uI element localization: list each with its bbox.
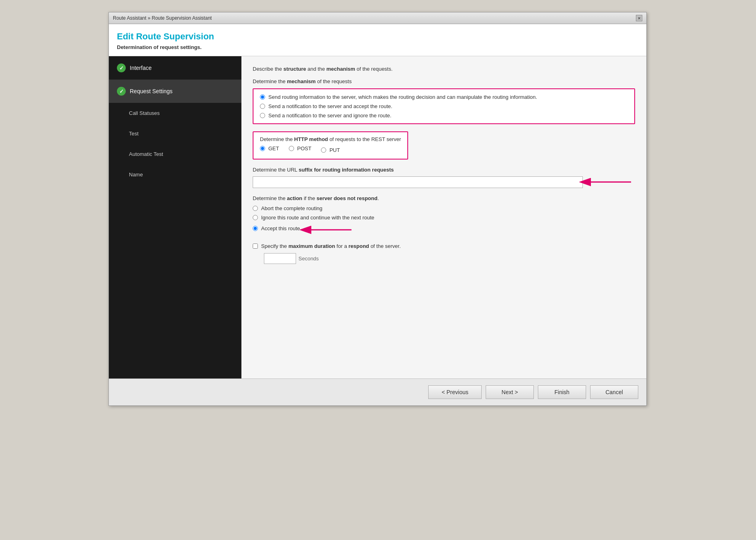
sidebar-item-automatic-test[interactable]: Automatic Test [109,144,241,164]
sidebar-label-automatic-test: Automatic Test [129,151,163,157]
max-duration-section: Specify the maximum duration for a respo… [253,243,635,264]
action-abort-option[interactable]: Abort the complete routing [253,205,635,211]
mechanism-option-1[interactable]: Send routing information to the server, … [260,94,628,100]
sidebar-item-call-statuses[interactable]: Call Statuses [109,103,241,123]
cancel-button[interactable]: Cancel [590,385,638,399]
max-duration-label: Specify the maximum duration for a respo… [261,243,401,249]
action-ignore-option[interactable]: Ignore this route and continue with the … [253,215,635,221]
previous-button[interactable]: < Previous [428,385,482,399]
action-ignore-label: Ignore this route and continue with the … [261,215,374,221]
action-accept-label: Accept this route [261,225,300,231]
mechanism-radio-2[interactable] [260,104,265,109]
sidebar-item-name[interactable]: Name [109,164,241,185]
sidebar-label-interface: Interface [130,65,151,71]
mechanism-radio-3[interactable] [260,113,265,118]
action-accept-radio[interactable] [253,226,258,231]
mechanism-label-2: Send a notification to the server and ac… [268,103,392,109]
http-method-label: Determine the HTTP method of requests to… [260,136,401,142]
action-accept-option[interactable]: Accept this route [253,225,300,231]
header: Edit Route Supervision Determination of … [109,24,646,56]
http-get-label: GET [268,145,279,151]
action-label: Determine the action if the server does … [253,195,635,201]
page-subtitle: Determination of request settings. [117,44,638,50]
sidebar-label-request-settings: Request Settings [130,88,173,94]
duration-unit: Seconds [298,256,319,262]
sidebar-item-request-settings[interactable]: Request Settings [109,80,241,103]
mechanism-section-label: Determine the mechanism of the requests [253,78,635,84]
window-title: Route Assistant » Route Supervision Assi… [113,15,212,21]
sidebar-item-interface[interactable]: Interface [109,56,241,80]
mechanism-highlighted-box: Send routing information to the server, … [253,88,635,124]
action-ignore-radio[interactable] [253,215,258,220]
action-abort-label: Abort the complete routing [261,205,322,211]
sidebar-label-name: Name [129,172,143,178]
next-button[interactable]: Next > [486,385,534,399]
sidebar: Interface Request Settings Call Statuses… [109,56,241,378]
title-bar: Route Assistant » Route Supervision Assi… [109,12,646,24]
http-put-label: PUT [329,147,340,153]
arrow-accept [307,224,356,236]
action-abort-radio[interactable] [253,206,258,211]
mechanism-option-3[interactable]: Send a notification to the server and ig… [260,112,628,119]
url-suffix-section: Determine the URL suffix for routing inf… [253,167,635,188]
duration-input-group: 3 Seconds [253,253,635,264]
max-duration-row: Specify the maximum duration for a respo… [253,243,635,249]
http-post-label: POST [297,145,311,151]
body: Interface Request Settings Call Statuses… [109,56,646,378]
duration-input[interactable]: 3 [264,253,296,264]
request-settings-check [117,87,126,96]
http-post-radio[interactable] [289,146,294,151]
http-get-option[interactable]: GET [260,145,279,151]
interface-check [117,63,126,72]
main-content: Describe the structure and the mechanism… [241,56,646,378]
http-post-option[interactable]: POST [289,145,311,151]
description-text: Describe the structure and the mechanism… [253,66,635,72]
sidebar-label-test: Test [129,131,139,137]
sidebar-item-test[interactable]: Test [109,123,241,144]
url-suffix-input[interactable]: /addressbook [253,176,583,188]
arrow-url [587,176,635,188]
max-duration-checkbox[interactable] [253,243,258,249]
mechanism-label-3: Send a notification to the server and ig… [268,112,391,119]
mechanism-option-2[interactable]: Send a notification to the server and ac… [260,103,628,109]
action-section: Determine the action if the server does … [253,195,635,236]
http-put-radio[interactable] [321,147,326,153]
mechanism-label-1: Send routing information to the server, … [268,94,537,100]
close-button[interactable]: ✕ [636,15,642,21]
footer: < Previous Next > Finish Cancel [109,378,646,405]
mechanism-radio-1[interactable] [260,94,265,100]
http-get-radio[interactable] [260,146,265,151]
http-put-option[interactable]: PUT [321,147,340,153]
sidebar-label-call-statuses: Call Statuses [129,110,160,116]
http-method-highlighted-box: Determine the HTTP method of requests to… [253,131,408,160]
main-window: Route Assistant » Route Supervision Assi… [108,12,647,406]
finish-button[interactable]: Finish [538,385,586,399]
page-title: Edit Route Supervision [117,31,638,42]
url-suffix-label: Determine the URL suffix for routing inf… [253,167,635,173]
